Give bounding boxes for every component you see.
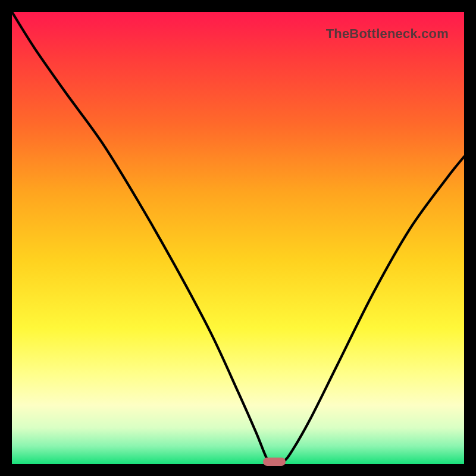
optimum-marker [263, 458, 286, 466]
curve-path [12, 12, 464, 464]
plot-area: TheBottleneck.com [12, 12, 464, 464]
curve-svg [12, 12, 464, 464]
chart-frame: TheBottleneck.com [0, 0, 476, 476]
